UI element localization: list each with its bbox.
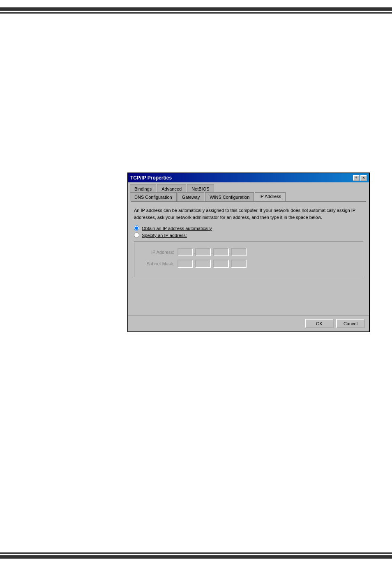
spacer-area [134,277,363,310]
dialog-controls: ? × [353,175,367,181]
tab-ip-address[interactable]: IP Address [255,192,286,201]
ip-address-input-group: . . . [178,248,247,256]
tab-content-ip-address: An IP address can be automatically assig… [128,202,369,315]
subnet-mask-label: Subnet Mask: [139,261,174,266]
subnet-dot-1: . [194,261,195,267]
subnet-mask-input-group: . . . [178,260,247,268]
dialog-titlebar: TCP/IP Properties ? × [128,173,369,182]
tcpip-dialog: TCP/IP Properties ? × Bindings Advanced … [127,173,370,332]
bottom-bar-thin [0,552,392,554]
bottom-bar-thick [0,555,392,559]
ip-segment-1[interactable] [178,248,193,256]
dialog-wrapper: TCP/IP Properties ? × Bindings Advanced … [127,173,370,332]
subnet-segment-2[interactable] [195,260,211,268]
dialog-footer: OK Cancel [128,315,369,331]
tab-gateway[interactable]: Gateway [178,192,204,201]
tab-wins-configuration[interactable]: WINS Configuration [205,192,254,201]
subnet-dot-2: . [211,261,212,267]
radio-auto-label[interactable]: Obtain an IP address automatically [142,226,212,231]
tab-netbios[interactable]: NetBIOS [187,184,214,193]
specify-group-frame: IP Address: . . . Subnet Mask: [134,241,363,277]
top-bar-thick [0,7,392,11]
ok-button[interactable]: OK [305,319,334,328]
top-bar-thin [0,12,392,14]
radio-specify-input[interactable] [134,232,139,238]
subnet-mask-row: Subnet Mask: . . . [139,260,358,268]
radio-auto-option: Obtain an IP address automatically [134,225,363,231]
tabs-row-2: DNS Configuration Gateway WINS Configura… [130,192,367,201]
info-text: An IP address can be automatically assig… [134,207,363,221]
ip-dot-2: . [211,249,212,255]
subnet-segment-1[interactable] [178,260,193,268]
subnet-segment-3[interactable] [213,260,229,268]
dialog-title: TCP/IP Properties [130,175,172,181]
tabs-row-1: Bindings Advanced NetBIOS [130,184,367,193]
help-button[interactable]: ? [353,175,360,181]
subnet-segment-4[interactable] [231,260,247,268]
tabs-wrapper: Bindings Advanced NetBIOS DNS Configurat… [128,182,369,202]
ip-segment-4[interactable] [231,248,247,256]
ip-address-row: IP Address: . . . [139,248,358,256]
ip-segment-3[interactable] [213,248,229,256]
ip-segment-2[interactable] [195,248,211,256]
tab-advanced[interactable]: Advanced [157,184,186,193]
ip-dot-1: . [194,249,195,255]
cancel-button[interactable]: Cancel [336,319,365,328]
ip-address-label: IP Address: [139,250,174,255]
ip-dot-3: . [229,249,231,255]
subnet-dot-3: . [229,261,231,267]
radio-specify-option: Specify an IP address: [134,232,363,238]
radio-specify-label[interactable]: Specify an IP address: [142,233,187,238]
tab-dns-configuration[interactable]: DNS Configuration [130,192,177,201]
close-button[interactable]: × [360,175,367,181]
tab-bindings[interactable]: Bindings [130,184,156,193]
radio-auto-input[interactable] [134,225,139,231]
